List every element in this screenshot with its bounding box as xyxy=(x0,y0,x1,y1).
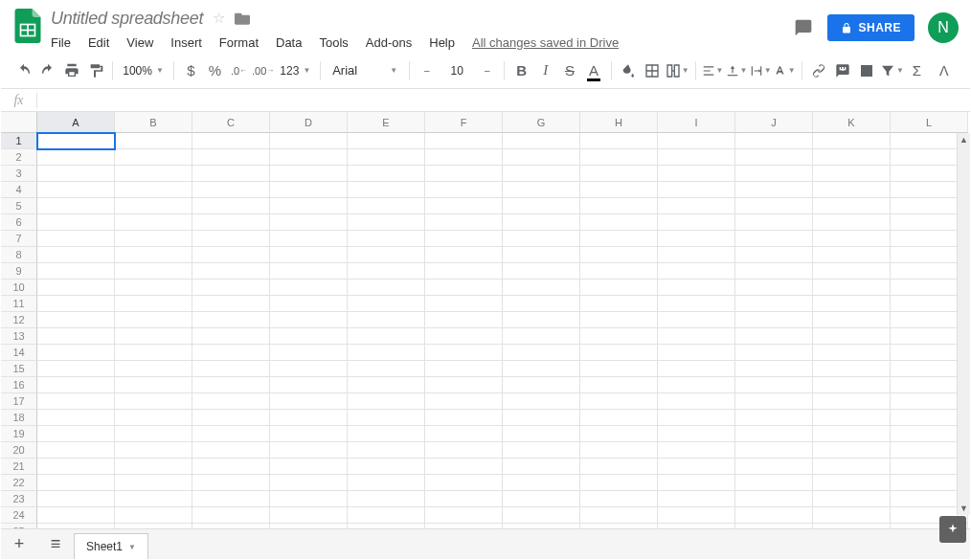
cell-I13[interactable] xyxy=(658,328,735,345)
horizontal-align-icon[interactable]: ▼ xyxy=(701,58,723,83)
add-sheet-button[interactable]: + xyxy=(1,529,37,560)
cell-G3[interactable] xyxy=(503,166,580,182)
cell-H13[interactable] xyxy=(580,328,658,345)
cell-B22[interactable] xyxy=(115,475,192,491)
cell-A8[interactable] xyxy=(37,247,115,263)
cell-B14[interactable] xyxy=(115,345,192,361)
cell-D7[interactable] xyxy=(270,231,348,247)
column-header-C[interactable]: C xyxy=(192,112,270,133)
insert-link-icon[interactable] xyxy=(808,58,830,83)
cell-K24[interactable] xyxy=(813,507,891,524)
cell-C6[interactable] xyxy=(192,214,270,231)
row-header-10[interactable]: 10 xyxy=(1,280,37,296)
cell-I12[interactable] xyxy=(658,312,735,328)
cell-A3[interactable] xyxy=(37,166,115,182)
cell-J5[interactable] xyxy=(735,198,813,214)
cell-A24[interactable] xyxy=(37,507,115,524)
column-header-E[interactable]: E xyxy=(348,112,425,133)
vertical-scrollbar[interactable]: ▲ ▼ xyxy=(957,133,970,515)
cell-D6[interactable] xyxy=(270,214,348,231)
column-header-I[interactable]: I xyxy=(658,112,735,133)
cell-C16[interactable] xyxy=(192,377,270,393)
cell-C9[interactable] xyxy=(192,263,270,280)
cell-F8[interactable] xyxy=(425,247,503,263)
menu-view[interactable]: View xyxy=(126,35,153,50)
cell-F2[interactable] xyxy=(425,149,503,166)
filter-icon[interactable]: ▼ xyxy=(880,58,904,83)
borders-icon[interactable] xyxy=(642,58,664,83)
cell-D13[interactable] xyxy=(270,328,348,345)
cell-H25[interactable] xyxy=(580,524,658,528)
cell-I15[interactable] xyxy=(658,361,735,377)
redo-icon[interactable] xyxy=(36,58,58,83)
zoom-select[interactable]: 100%▼ xyxy=(119,64,168,78)
column-header-B[interactable]: B xyxy=(115,112,192,133)
cell-B16[interactable] xyxy=(115,377,192,393)
cell-D8[interactable] xyxy=(270,247,348,263)
cell-G23[interactable] xyxy=(503,491,580,507)
font-size-input[interactable]: 10 xyxy=(440,64,474,78)
cell-K14[interactable] xyxy=(813,345,891,361)
cell-I1[interactable] xyxy=(658,133,735,149)
avatar[interactable]: N xyxy=(928,12,959,43)
cell-J4[interactable] xyxy=(735,182,813,198)
cell-K13[interactable] xyxy=(813,328,891,345)
cell-B3[interactable] xyxy=(115,166,192,182)
cell-D21[interactable] xyxy=(270,459,348,475)
cell-I6[interactable] xyxy=(658,214,735,231)
cell-G4[interactable] xyxy=(503,182,580,198)
cell-B6[interactable] xyxy=(115,214,192,231)
cell-I19[interactable] xyxy=(658,426,735,442)
row-header-16[interactable]: 16 xyxy=(1,377,37,393)
cell-F9[interactable] xyxy=(425,263,503,280)
row-header-15[interactable]: 15 xyxy=(1,361,37,377)
cell-H1[interactable] xyxy=(580,133,658,149)
row-header-1[interactable]: 1 xyxy=(1,133,37,149)
cell-D16[interactable] xyxy=(270,377,348,393)
row-header-25[interactable]: 25 xyxy=(1,524,37,528)
cell-K12[interactable] xyxy=(813,312,891,328)
cell-C5[interactable] xyxy=(192,198,270,214)
cell-B10[interactable] xyxy=(115,280,192,296)
cell-C23[interactable] xyxy=(192,491,270,507)
insert-comment-icon[interactable] xyxy=(832,58,854,83)
row-header-4[interactable]: 4 xyxy=(1,182,37,198)
cell-D19[interactable] xyxy=(270,426,348,442)
cell-G21[interactable] xyxy=(503,459,580,475)
cell-F19[interactable] xyxy=(425,426,503,442)
cell-G5[interactable] xyxy=(503,198,580,214)
cell-B17[interactable] xyxy=(115,393,192,410)
cell-D18[interactable] xyxy=(270,410,348,426)
cell-H21[interactable] xyxy=(580,459,658,475)
cell-F4[interactable] xyxy=(425,182,503,198)
cell-G13[interactable] xyxy=(503,328,580,345)
cell-G25[interactable] xyxy=(503,524,580,528)
row-header-22[interactable]: 22 xyxy=(1,475,37,491)
bold-button[interactable]: B xyxy=(510,58,532,83)
cell-K1[interactable] xyxy=(813,133,891,149)
cell-C22[interactable] xyxy=(192,475,270,491)
cell-E5[interactable] xyxy=(348,198,425,214)
cell-E10[interactable] xyxy=(348,280,425,296)
cell-C3[interactable] xyxy=(192,166,270,182)
increase-decimal-button[interactable]: .00→ xyxy=(252,58,274,83)
cell-E19[interactable] xyxy=(348,426,425,442)
cell-G19[interactable] xyxy=(503,426,580,442)
cell-A20[interactable] xyxy=(37,442,115,459)
cell-G8[interactable] xyxy=(503,247,580,263)
cell-A12[interactable] xyxy=(37,312,115,328)
cell-H23[interactable] xyxy=(580,491,658,507)
cell-D14[interactable] xyxy=(270,345,348,361)
cell-F13[interactable] xyxy=(425,328,503,345)
vscroll-track[interactable] xyxy=(958,146,970,502)
more-formats-select[interactable]: 123▼ xyxy=(276,64,314,78)
cell-C12[interactable] xyxy=(192,312,270,328)
cell-I2[interactable] xyxy=(658,149,735,166)
cell-C4[interactable] xyxy=(192,182,270,198)
column-header-L[interactable]: L xyxy=(891,112,968,133)
cell-C24[interactable] xyxy=(192,507,270,524)
cell-H6[interactable] xyxy=(580,214,658,231)
cell-B12[interactable] xyxy=(115,312,192,328)
cell-E25[interactable] xyxy=(348,524,425,528)
cell-I5[interactable] xyxy=(658,198,735,214)
